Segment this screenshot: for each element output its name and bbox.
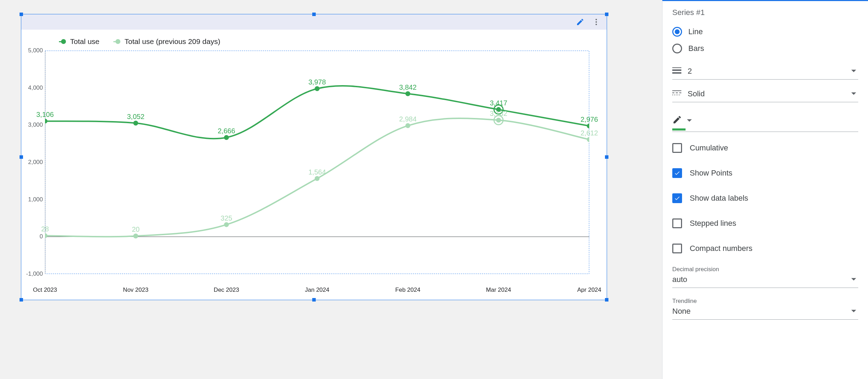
checkbox-label: Stepped lines	[690, 219, 736, 228]
compact-numbers-checkbox[interactable]: Compact numbers	[672, 236, 858, 261]
svg-rect-14	[674, 95, 675, 95]
series-point[interactable]	[45, 119, 47, 124]
decimal-precision-value: auto	[672, 275, 851, 284]
cumulative-checkbox[interactable]: Cumulative	[672, 135, 858, 161]
legend-label: Total use (previous 209 days)	[125, 37, 220, 46]
chart-container[interactable]: Total use Total use (previous 209 days) …	[21, 14, 607, 300]
chart-legend: Total use Total use (previous 209 days)	[45, 36, 597, 51]
checkbox-label: Cumulative	[690, 143, 728, 153]
checkbox-label: Show Points	[690, 169, 732, 178]
x-tick-label: Apr 2024	[577, 287, 601, 293]
selection-handle[interactable]	[20, 13, 23, 16]
data-label: 3,106	[36, 111, 54, 119]
data-label: 2,666	[218, 127, 235, 135]
caret-down-icon	[851, 277, 856, 282]
chart-type-bars-radio[interactable]: Bars	[672, 40, 858, 57]
caret-down-icon	[687, 118, 692, 123]
data-label: 325	[220, 214, 232, 222]
svg-rect-13	[672, 95, 673, 95]
x-tick-label: Jan 2024	[305, 287, 329, 293]
series-point[interactable]	[133, 233, 138, 238]
legend-item[interactable]: Total use (previous 209 days)	[113, 37, 220, 46]
series-point[interactable]	[587, 124, 589, 128]
selection-handle[interactable]	[605, 298, 608, 302]
more-vert-icon[interactable]	[592, 18, 600, 26]
selection-handle[interactable]	[20, 298, 23, 302]
legend-swatch	[61, 39, 66, 44]
line-style-dropdown[interactable]: Solid	[672, 86, 858, 102]
line-weight-dropdown[interactable]: 2	[672, 63, 858, 80]
chart-header	[21, 14, 607, 30]
selection-handle[interactable]	[312, 298, 316, 302]
radio-icon	[672, 44, 682, 53]
checkbox-label: Show data labels	[690, 194, 748, 203]
line-weight-value: 2	[688, 67, 845, 76]
svg-point-1	[596, 21, 597, 23]
selection-handle[interactable]	[312, 13, 316, 16]
svg-rect-6	[672, 67, 681, 68]
show-data-labels-checkbox[interactable]: Show data labels	[672, 186, 858, 211]
series-point[interactable]	[405, 123, 410, 128]
y-tick-label: 0	[40, 233, 43, 240]
x-tick-label: Feb 2024	[395, 287, 420, 293]
line-style-icon	[672, 89, 681, 98]
series-point[interactable]	[496, 118, 501, 122]
series-color-picker[interactable]	[672, 110, 858, 132]
series-point[interactable]	[405, 91, 410, 96]
show-points-checkbox[interactable]: Show Points	[672, 161, 858, 186]
checkbox-icon	[672, 218, 682, 228]
y-tick-label: -1,000	[26, 270, 43, 277]
radio-label: Line	[688, 27, 703, 36]
checkbox-icon	[672, 143, 682, 153]
data-label: 3,978	[308, 78, 326, 86]
data-label: 3,842	[399, 83, 417, 91]
series-point[interactable]	[224, 222, 229, 227]
svg-rect-10	[672, 92, 674, 93]
svg-rect-15	[676, 95, 676, 95]
radio-label: Bars	[688, 44, 704, 53]
y-axis-labels: -1,00001,0002,0003,0004,0005,000	[23, 51, 43, 274]
legend-label: Total use	[70, 37, 99, 46]
checkbox-icon	[672, 168, 682, 178]
data-label: 3,132	[490, 110, 507, 118]
data-label: 28	[41, 225, 49, 233]
checkbox-icon	[672, 193, 682, 203]
data-label: 2,612	[581, 129, 598, 137]
series-point[interactable]	[224, 135, 229, 140]
legend-item[interactable]: Total use	[59, 37, 99, 46]
plot-area: -1,00001,0002,0003,0004,0005,000 Oct 202…	[45, 51, 589, 274]
svg-rect-16	[678, 95, 678, 95]
svg-rect-12	[679, 92, 681, 93]
chart-type-line-radio[interactable]: Line	[672, 23, 858, 40]
selection-handle[interactable]	[605, 13, 608, 16]
pencil-icon	[672, 115, 682, 127]
svg-rect-17	[679, 95, 680, 95]
series-title: Series #1	[672, 8, 858, 17]
data-label: 1,564	[308, 168, 326, 176]
decimal-precision-dropdown[interactable]: auto	[672, 273, 858, 288]
y-tick-label: 2,000	[28, 159, 43, 166]
canvas-area: Total use Total use (previous 209 days) …	[0, 0, 662, 379]
svg-rect-11	[676, 92, 678, 93]
x-tick-label: Nov 2023	[123, 287, 149, 293]
edit-icon[interactable]	[576, 18, 584, 26]
y-tick-label: 4,000	[28, 84, 43, 91]
trendline-label: Trendline	[672, 298, 858, 305]
decimal-precision-label: Decimal precision	[672, 266, 858, 273]
svg-rect-7	[672, 69, 681, 71]
series-point[interactable]	[315, 86, 320, 91]
svg-rect-9	[672, 90, 681, 91]
series-point[interactable]	[587, 137, 589, 142]
data-label: 3,417	[490, 99, 507, 107]
series-point[interactable]	[45, 233, 47, 238]
trendline-dropdown[interactable]: None	[672, 305, 858, 320]
stepped-lines-checkbox[interactable]: Stepped lines	[672, 211, 858, 236]
checkbox-icon	[672, 244, 682, 253]
radio-icon	[672, 27, 682, 37]
series-point[interactable]	[315, 176, 320, 181]
y-tick-label: 1,000	[28, 196, 43, 203]
style-sidebar: Series #1 Line Bars 2 Solid Cumulative	[662, 0, 868, 379]
color-swatch-underline	[672, 128, 686, 131]
series-point[interactable]	[133, 121, 138, 126]
caret-down-icon	[851, 69, 856, 74]
